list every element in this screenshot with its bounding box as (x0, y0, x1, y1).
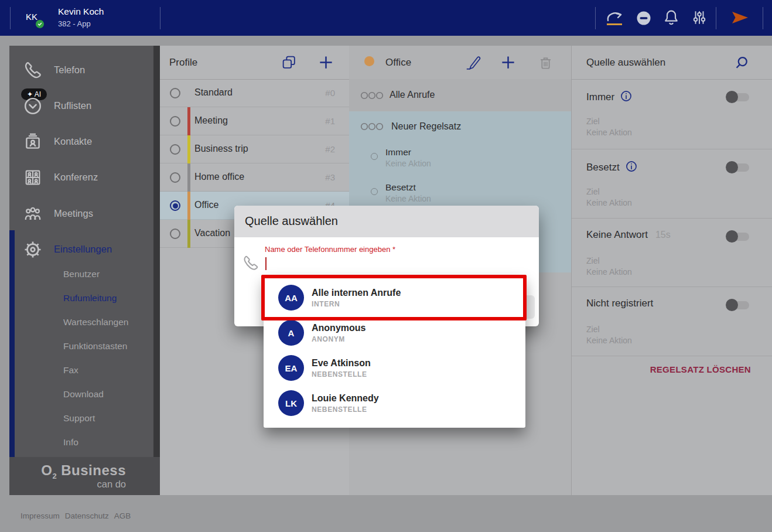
sliders-icon[interactable] (692, 9, 707, 28)
toggle-nicht-registriert[interactable] (727, 301, 749, 309)
profile-color-bar (187, 220, 190, 248)
status-online-icon (35, 19, 45, 29)
toggle-immer[interactable] (727, 93, 749, 101)
dnd-icon[interactable] (636, 11, 651, 28)
topbar-divider (160, 7, 160, 29)
clock-icon (21, 94, 45, 118)
profile-number: #3 (325, 172, 335, 182)
sidebar-item-kontakte[interactable]: Kontakte (9, 124, 153, 160)
sidebar-sub-info[interactable]: Info (63, 430, 78, 454)
toggle-keine-antwort[interactable] (727, 233, 749, 241)
sidebar-sub-label: Funktionstasten (63, 341, 127, 352)
sidebar-sub-fax[interactable]: Fax (63, 358, 78, 382)
profile-name: Standard (194, 87, 233, 98)
sidebar-sub-support[interactable]: Support (63, 406, 95, 430)
profile-row-home-office[interactable]: Home office #3 (160, 163, 349, 192)
sidebar-item-ruflisten[interactable]: Ruflisten✦ AI (9, 88, 153, 124)
suggestion-type: ANONYM (312, 335, 365, 343)
profiles-title: Profile (169, 57, 197, 69)
dialog-title: Quelle auswählen (245, 214, 338, 228)
sidebar-sub-label: Benutzer (63, 269, 100, 279)
brand-logo-text: O2 Business (41, 462, 126, 480)
pencil-icon[interactable] (464, 54, 481, 73)
profile-number: #0 (325, 88, 335, 98)
phone-icon (21, 59, 45, 82)
sidebar-item-konferenz[interactable]: Konferenz (9, 160, 153, 196)
copy-icon[interactable] (281, 54, 297, 73)
profile-name: Business trip (194, 144, 248, 154)
brand-logo: O2 Business can do (9, 457, 160, 495)
user-extension: 382 - App (58, 19, 91, 28)
call-forward-icon[interactable] (604, 8, 626, 29)
sidebar-sub-funktionstasten[interactable]: Funktionstasten (63, 334, 127, 358)
footer-link-impressum[interactable]: Impressum (21, 511, 60, 520)
sidebar-edge (153, 46, 160, 457)
suggestion-name: Louie Kennedy (312, 393, 379, 404)
trash-icon[interactable] (538, 54, 554, 73)
info-icon[interactable] (625, 160, 638, 175)
profile-row-standard[interactable]: Standard #0 (160, 79, 349, 107)
avatar: LK (278, 390, 304, 416)
search-icon[interactable] (733, 55, 750, 74)
sidebar-item-label: Telefon (54, 64, 85, 76)
subrule-bullet-icon (371, 188, 378, 195)
radio-button[interactable] (170, 144, 180, 155)
send-icon[interactable] (730, 10, 750, 28)
profile-name: Vacation (194, 228, 230, 238)
source-name: Besetzt (586, 162, 620, 173)
sidebar-item-telefon[interactable]: Telefon (9, 53, 153, 88)
source-section-keine-antwort: Keine Antwort 15s Ziel Keine Aktion (572, 219, 772, 287)
profile-row-business-trip[interactable]: Business trip #2 (160, 135, 349, 163)
topbar-divider (595, 7, 596, 29)
sidebar-sub-rufumleitung[interactable]: Rufumleitung (63, 286, 117, 310)
profile-row-meeting[interactable]: Meeting #1 (160, 107, 349, 135)
phone-number-input[interactable] (265, 256, 488, 271)
sidebar-sub-label: Warteschlangen (63, 317, 128, 328)
rule-row-all-calls[interactable]: Alle Anrufe (349, 79, 571, 111)
toggle-besetzt[interactable] (727, 163, 749, 172)
radio-button-selected[interactable] (170, 200, 180, 211)
add-rule-icon[interactable] (500, 54, 516, 73)
radio-button[interactable] (170, 116, 180, 127)
footer-link-datenschutz[interactable]: Datenschutz (65, 511, 109, 520)
footer-link-agb[interactable]: AGB (114, 511, 131, 520)
contacts-icon (21, 130, 45, 154)
profile-number: #2 (325, 144, 335, 154)
subrule-name[interactable]: Besetzt (385, 182, 416, 193)
suggestion-name: Anonymous (312, 322, 365, 333)
people-icon (21, 202, 45, 226)
source-section-immer: Immer Ziel Keine Aktion (572, 79, 772, 149)
radio-button[interactable] (170, 229, 180, 239)
subrule-name[interactable]: Immer (385, 147, 411, 158)
suggestion-type: INTERN (312, 300, 401, 308)
sidebar-sub-download[interactable]: Download (63, 382, 104, 406)
sidebar-item-label: Kontakte (54, 136, 92, 147)
timeout-value[interactable]: 15s (655, 230, 671, 240)
profile-color-bar (187, 192, 190, 220)
suggestion-eve-atkinson[interactable]: EA Eve Atkinson NEBENSTELLE (264, 350, 525, 386)
sidebar-sub-benutzer[interactable]: Benutzer (63, 262, 100, 286)
bell-icon[interactable] (664, 9, 679, 29)
add-profile-icon[interactable] (318, 54, 334, 73)
target-action: Keine Aktion (586, 336, 632, 345)
source-name: Immer (586, 91, 614, 103)
source-name: Nicht registriert (586, 298, 653, 309)
suggestion-anonymous[interactable]: A Anonymous ANONYM (264, 315, 525, 350)
profile-number: #1 (325, 116, 335, 126)
conference-icon (21, 166, 45, 189)
suggestion-alle-internen-anrufe[interactable]: AA Alle internen Anrufe INTERN (264, 280, 525, 315)
avatar[interactable]: KK (26, 12, 37, 22)
radio-button[interactable] (170, 172, 180, 183)
sidebar-sub-warteschlangen[interactable]: Warteschlangen (63, 310, 128, 334)
source-section-besetzt: Besetzt Ziel Keine Aktion (572, 149, 772, 219)
sidebar-item-meetings[interactable]: Meetings (9, 196, 153, 232)
suggestion-louie-kennedy[interactable]: LK Louie Kennedy NEBENSTELLE (264, 386, 525, 421)
delete-ruleset-button[interactable]: REGELSATZ LÖSCHEN (650, 364, 751, 374)
sidebar-sub-label: Rufumleitung (63, 293, 117, 303)
sidebar-item-label: Ruflisten (54, 100, 91, 111)
info-icon[interactable] (620, 90, 633, 105)
radio-button[interactable] (170, 88, 180, 98)
suggestion-name: Eve Atkinson (312, 357, 371, 369)
profile-color-dot (364, 56, 374, 66)
profile-color-bar (187, 135, 190, 163)
